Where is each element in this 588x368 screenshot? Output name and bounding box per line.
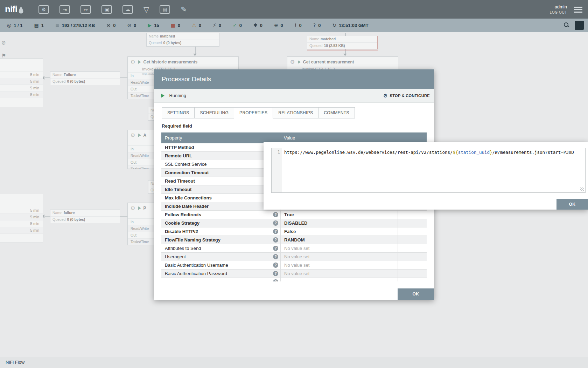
- label-icon[interactable]: ✎: [181, 5, 187, 14]
- property-value[interactable]: RANDOM: [280, 236, 398, 244]
- stopped-icon: ■: [171, 22, 175, 28]
- running-state-icon: [161, 94, 164, 98]
- stat-locally-modified: ✱0: [253, 22, 262, 28]
- property-row: Useragent? No value set: [161, 253, 427, 261]
- property-row: FlowFile Naming Strategy? RANDOM: [161, 236, 427, 244]
- property-row: ?: [161, 278, 427, 281]
- help-icon[interactable]: ?: [273, 263, 278, 268]
- input-port-icon[interactable]: ⇥: [59, 5, 70, 14]
- connection-line: [45, 216, 50, 217]
- property-row: Basic Authentication Password? No value …: [161, 270, 427, 278]
- stat-running: ▶15: [148, 22, 159, 28]
- up-to-date-icon: ✓: [233, 22, 237, 28]
- breadcrumb-bar: NiFi Flow: [0, 357, 588, 368]
- editor-ok-button[interactable]: OK: [556, 199, 588, 210]
- property-row: Follow Redirects? True: [161, 211, 427, 219]
- cluster-nodes-icon: ◎: [7, 22, 11, 28]
- connection-label: Namematched Queued0 (0 bytes): [146, 33, 219, 47]
- nifi-logo: nifi: [5, 4, 24, 15]
- stat-disabled: ⚡0: [213, 22, 221, 28]
- locally-modified-stale-icon: !: [295, 22, 297, 28]
- property-value[interactable]: No value set: [280, 261, 398, 269]
- stale-icon: ⊕: [274, 22, 278, 28]
- threads-icon: ▦: [34, 22, 39, 28]
- settings-square-button[interactable]: [575, 21, 584, 30]
- property-row: Disable HTTP/2? False: [161, 227, 427, 236]
- logout-link[interactable]: LOG OUT: [550, 11, 567, 14]
- processor-icon[interactable]: ⚙: [38, 5, 49, 14]
- dialog-ok-button[interactable]: OK: [398, 288, 434, 300]
- property-row: Attributes to Send? No value set: [161, 244, 427, 253]
- connection-label: Namefailure Queued0 (0 bytes): [50, 210, 120, 223]
- connection-line: [45, 77, 50, 78]
- connection-arrow-icon: [343, 54, 347, 56]
- required-field-label: Required field: [162, 123, 192, 129]
- help-icon[interactable]: ?: [273, 229, 278, 234]
- transmitting-icon: ⊗: [106, 22, 111, 28]
- disabled-icon: ⚡: [213, 22, 216, 28]
- funnel-icon[interactable]: ▽: [144, 5, 149, 14]
- remote-process-group-icon[interactable]: ☁: [122, 5, 133, 14]
- dialog-header: Processor Details: [154, 69, 434, 89]
- dialog-tabs: SETTINGSSCHEDULINGPROPERTIESRELATIONSHIP…: [154, 102, 434, 119]
- property-value[interactable]: [280, 278, 398, 281]
- stat-sync-failure: ?0: [313, 22, 321, 28]
- property-value[interactable]: False: [280, 227, 398, 236]
- resize-handle-icon[interactable]: [580, 188, 584, 191]
- property-value[interactable]: No value set: [280, 244, 398, 252]
- nifi-drop-icon: [18, 6, 24, 14]
- sync-failure-icon: ?: [313, 22, 316, 28]
- breadcrumb[interactable]: NiFi Flow: [6, 357, 24, 368]
- connection-label: Namematched Queued10 (2.53 KB): [307, 36, 378, 49]
- global-menu-icon[interactable]: [574, 7, 582, 8]
- stop-and-configure-button[interactable]: ⚙STOP & CONFIGURE: [383, 89, 430, 102]
- output-port-icon[interactable]: ↦: [80, 5, 91, 14]
- property-value[interactable]: True: [280, 211, 398, 219]
- connection-arrow-icon: [193, 54, 197, 56]
- global-status-bar: ◎1 / 1 ▦1 ≣193 / 279.12 KB ⊗0 ⊘0 ▶15 ■0 …: [0, 19, 588, 32]
- stat-locally-modified-stale: !0: [295, 22, 302, 28]
- help-icon[interactable]: ?: [273, 212, 278, 217]
- property-value[interactable]: DISABLED: [280, 219, 398, 227]
- help-icon[interactable]: ?: [273, 271, 278, 276]
- tab-properties[interactable]: PROPERTIES: [234, 107, 273, 118]
- help-icon[interactable]: ?: [273, 254, 278, 259]
- stat-queued: ≣193 / 279.12 KB: [55, 22, 95, 28]
- connection-line: [120, 216, 127, 217]
- stat-stale: ⊕0: [274, 22, 283, 28]
- stat-up-to-date: ✓0: [233, 22, 242, 28]
- stat-active-threads: ▦1: [34, 22, 44, 28]
- app-header: nifi ⚙ ⇥ ↦ ▣ ☁ ▽ ▤ ✎ admin LOG OUT: [0, 0, 588, 19]
- nifi-logo-text: nifi: [5, 4, 17, 15]
- refresh-icon[interactable]: ↻: [332, 22, 336, 28]
- not-transmitting-icon: ⊘: [127, 22, 131, 28]
- process-group-icon[interactable]: ▣: [102, 5, 112, 14]
- stat-last-refresh: ↻13:51:03 GMT: [332, 22, 368, 28]
- stop-configure-icon: ⚙: [383, 93, 388, 98]
- no-entry-icon: ⊘: [1, 40, 6, 46]
- tab-settings[interactable]: SETTINGS: [162, 107, 195, 118]
- template-icon[interactable]: ▤: [160, 5, 170, 14]
- help-icon[interactable]: ?: [273, 220, 278, 226]
- property-value[interactable]: No value set: [280, 253, 398, 261]
- search-icon[interactable]: [564, 22, 570, 28]
- stat-cluster-nodes: ◎1 / 1: [7, 22, 23, 28]
- stat-not-transmitting: ⊘0: [127, 22, 136, 28]
- dialog-status-row: Running ⚙STOP & CONFIGURE: [154, 89, 434, 103]
- run-status-icon: [138, 206, 141, 210]
- help-icon[interactable]: ?: [273, 279, 278, 281]
- line-number-gutter: 1: [272, 148, 282, 192]
- property-value[interactable]: No value set: [280, 270, 398, 278]
- tab-scheduling[interactable]: SCHEDULING: [194, 107, 234, 118]
- help-icon[interactable]: ?: [273, 237, 278, 243]
- run-status-icon: [298, 60, 301, 64]
- value-editor-box: 1 https://www.pegelonline.wsv.de/webserv…: [271, 148, 586, 193]
- processor-type-icon: ⚙: [290, 59, 295, 65]
- value-editor-input[interactable]: https://www.pegelonline.wsv.de/webservic…: [282, 148, 585, 192]
- dialog-title: Processor Details: [162, 69, 434, 89]
- tab-comments[interactable]: COMMENTS: [318, 107, 355, 118]
- help-icon[interactable]: ?: [273, 246, 278, 251]
- tab-relationships[interactable]: RELATIONSHIPS: [273, 107, 318, 118]
- connection-line: [120, 77, 127, 78]
- column-header-value: Value: [284, 132, 295, 143]
